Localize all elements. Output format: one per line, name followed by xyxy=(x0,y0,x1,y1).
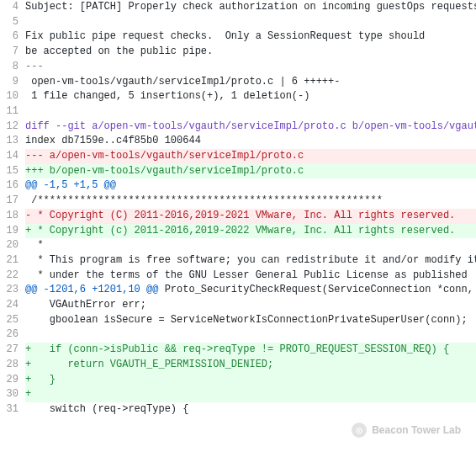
code-line[interactable]: 23@@ -1201,6 +1201,10 @@ Proto_SecurityC… xyxy=(0,283,476,298)
code-line[interactable]: 5 xyxy=(0,15,476,30)
code-line[interactable]: 11 xyxy=(0,104,476,120)
line-content: open-vm-tools/vgauth/serviceImpl/proto.c… xyxy=(25,75,476,90)
code-line[interactable]: 31 switch (req->reqType) { xyxy=(0,402,476,417)
line-number: 27 xyxy=(0,343,25,358)
line-content: 1 file changed, 5 insertions(+), 1 delet… xyxy=(25,89,476,104)
code-line[interactable]: 4Subject: [PATCH] Properly check authori… xyxy=(0,0,476,15)
line-content: + * Copyright (c) 2011-2016,2019-2022 VM… xyxy=(25,224,476,239)
code-line[interactable]: 28+ return VGAUTH_E_PERMISSION_DENIED; xyxy=(0,358,476,373)
watermark-icon: ⊙ xyxy=(352,423,367,438)
code-line[interactable]: 27+ if (conn->isPublic && req->reqType !… xyxy=(0,343,476,358)
line-content: VGAuthError err; xyxy=(25,298,476,313)
code-line[interactable]: 29+ } xyxy=(0,373,476,388)
line-content: gboolean isSecure = ServiceNetworkIsConn… xyxy=(25,313,476,328)
line-number: 8 xyxy=(0,60,25,75)
code-token: * This program is free software; you can… xyxy=(25,254,476,266)
code-line[interactable]: 24 VGAuthError err; xyxy=(0,298,476,313)
code-line[interactable]: 26 xyxy=(0,327,476,343)
code-token: be accepted on the public pipe. xyxy=(25,45,213,57)
code-line[interactable]: 8--- xyxy=(0,60,476,75)
line-number: 22 xyxy=(0,269,25,284)
code-token: + if (conn->isPublic && req->reqType != … xyxy=(25,343,449,355)
code-token: @@ -1201,6 +1201,10 @@ xyxy=(25,284,158,295)
code-token: index db7159e..c4f85b0 100644 xyxy=(25,135,201,146)
line-number: 30 xyxy=(0,387,25,402)
line-content xyxy=(25,327,476,343)
line-number: 21 xyxy=(0,253,25,269)
line-content xyxy=(25,15,476,30)
line-content: + xyxy=(25,387,476,402)
line-content: --- a/open-vm-tools/vgauth/serviceImpl/p… xyxy=(25,149,476,164)
code-token: - * Copyright (C) 2011-2016,2019-2021 VM… xyxy=(25,210,455,221)
code-token: + * Copyright (c) 2011-2016,2019-2022 VM… xyxy=(25,225,455,237)
code-line[interactable]: 17 /************************************… xyxy=(0,194,476,209)
code-line[interactable]: 10 1 file changed, 5 insertions(+), 1 de… xyxy=(0,89,476,104)
line-content: + return VGAUTH_E_PERMISSION_DENIED; xyxy=(25,358,476,373)
code-token: 1 file changed, 5 insertions(+), 1 delet… xyxy=(25,90,309,102)
line-content: * xyxy=(25,238,476,253)
line-number: 7 xyxy=(0,45,25,60)
code-line[interactable]: 15+++ b/open-vm-tools/vgauth/serviceImpl… xyxy=(0,164,476,179)
code-token: VGAuthError err; xyxy=(25,299,146,311)
line-content: /***************************************… xyxy=(25,194,476,209)
line-number: 25 xyxy=(0,313,25,328)
code-line[interactable]: 7be accepted on the public pipe. xyxy=(0,45,476,60)
code-line[interactable]: 13index db7159e..c4f85b0 100644 xyxy=(0,134,476,149)
line-number: 14 xyxy=(0,149,25,164)
line-content: @@ -1,5 +1,5 @@ xyxy=(25,178,476,194)
line-content: Subject: [PATCH] Properly check authoriz… xyxy=(25,0,476,15)
line-content: switch (req->reqType) { xyxy=(25,402,476,417)
code-token: + return VGAUTH_E_PERMISSION_DENIED; xyxy=(25,359,273,370)
line-number: 13 xyxy=(0,134,25,149)
line-content: - * Copyright (C) 2011-2016,2019-2021 VM… xyxy=(25,209,476,224)
line-number: 4 xyxy=(0,0,25,15)
line-number: 17 xyxy=(0,194,25,209)
code-token: Fix public pipe request checks. Only a S… xyxy=(25,30,425,42)
line-number: 16 xyxy=(0,178,25,194)
line-content: * This program is free software; you can… xyxy=(25,253,476,269)
line-number: 18 xyxy=(0,209,25,224)
line-number: 9 xyxy=(0,75,25,90)
code-token: @@ -1,5 +1,5 @@ xyxy=(25,179,116,191)
line-content: @@ -1201,6 +1201,10 @@ Proto_SecurityChe… xyxy=(25,283,476,298)
code-line[interactable]: 30+ xyxy=(0,387,476,402)
line-number: 26 xyxy=(0,327,25,343)
line-number: 15 xyxy=(0,164,25,179)
code-line[interactable]: 6Fix public pipe request checks. Only a … xyxy=(0,29,476,45)
code-token: open-vm-tools/vgauth/serviceImpl/proto.c… xyxy=(25,76,340,88)
code-line[interactable]: 12diff --git a/open-vm-tools/vgauth/serv… xyxy=(0,120,476,135)
line-number: 28 xyxy=(0,358,25,373)
line-content: be accepted on the public pipe. xyxy=(25,45,476,60)
code-token: switch (req->reqType) { xyxy=(25,403,188,415)
code-line[interactable]: 19+ * Copyright (c) 2011-2016,2019-2022 … xyxy=(0,224,476,239)
line-content: +++ b/open-vm-tools/vgauth/serviceImpl/p… xyxy=(25,164,476,179)
watermark-text: Beacon Tower Lab xyxy=(372,424,461,436)
code-token: * under the terms of the GNU Lesser Gene… xyxy=(25,269,468,281)
line-content: + if (conn->isPublic && req->reqType != … xyxy=(25,343,476,358)
code-line[interactable]: 22 * under the terms of the GNU Lesser G… xyxy=(0,269,476,284)
line-number: 6 xyxy=(0,29,25,45)
line-number: 31 xyxy=(0,402,25,417)
code-token: /***************************************… xyxy=(25,194,383,206)
code-token: +++ b/open-vm-tools/vgauth/serviceImpl/p… xyxy=(25,165,304,177)
line-number: 12 xyxy=(0,120,25,135)
line-content: Fix public pipe request checks. Only a S… xyxy=(25,29,476,45)
code-token: * xyxy=(25,239,44,251)
line-number: 23 xyxy=(0,283,25,298)
line-number: 24 xyxy=(0,298,25,313)
watermark: ⊙ Beacon Tower Lab xyxy=(352,423,461,438)
line-content: * under the terms of the GNU Lesser Gene… xyxy=(25,269,476,284)
code-line[interactable]: 9 open-vm-tools/vgauth/serviceImpl/proto… xyxy=(0,75,476,90)
code-line[interactable]: 20 * xyxy=(0,238,476,253)
line-number: 29 xyxy=(0,373,25,388)
code-line[interactable]: 16@@ -1,5 +1,5 @@ xyxy=(0,178,476,194)
code-line[interactable]: 21 * This program is free software; you … xyxy=(0,253,476,269)
line-number: 19 xyxy=(0,224,25,239)
line-content: index db7159e..c4f85b0 100644 xyxy=(25,134,476,149)
code-line[interactable]: 25 gboolean isSecure = ServiceNetworkIsC… xyxy=(0,313,476,328)
line-number: 10 xyxy=(0,89,25,104)
code-line[interactable]: 18- * Copyright (C) 2011-2016,2019-2021 … xyxy=(0,209,476,224)
code-line[interactable]: 14--- a/open-vm-tools/vgauth/serviceImpl… xyxy=(0,149,476,164)
line-content: --- xyxy=(25,60,476,75)
line-content xyxy=(25,104,476,120)
